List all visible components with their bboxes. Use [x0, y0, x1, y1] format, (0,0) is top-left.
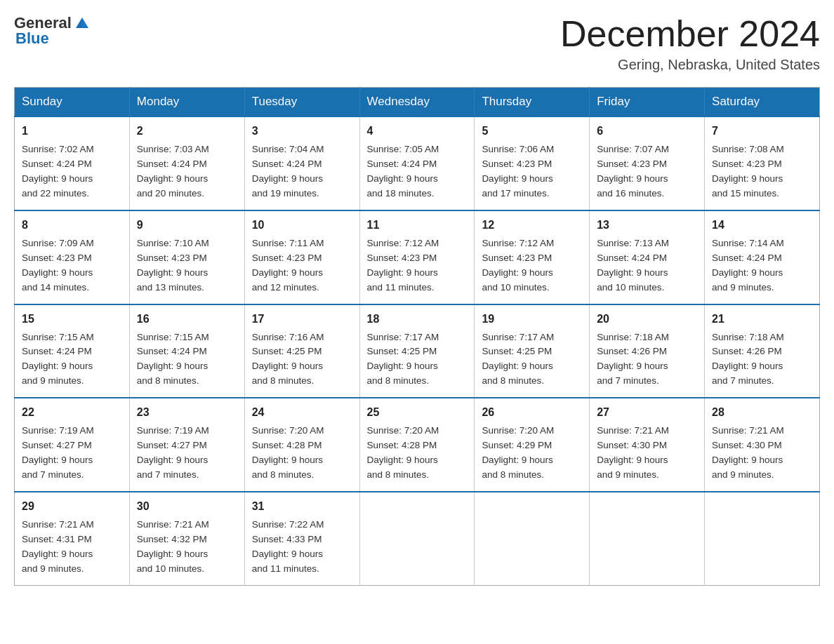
day-cell-23: 23Sunrise: 7:19 AMSunset: 4:27 PMDayligh… [129, 398, 244, 492]
day-cell-16: 16Sunrise: 7:15 AMSunset: 4:24 PMDayligh… [129, 304, 244, 398]
logo: General Blue [14, 14, 88, 48]
day-cell-31: 31Sunrise: 7:22 AMSunset: 4:33 PMDayligh… [244, 492, 359, 585]
empty-cell [705, 492, 820, 585]
day-cell-10: 10Sunrise: 7:11 AMSunset: 4:23 PMDayligh… [244, 210, 359, 304]
day-number: 17 [252, 311, 352, 328]
day-number: 7 [712, 123, 812, 140]
location: Gering, Nebraska, United States [560, 57, 820, 73]
day-number: 26 [482, 404, 582, 421]
logo-triangle2-icon [82, 18, 88, 28]
day-number: 19 [482, 311, 582, 328]
day-number: 8 [22, 217, 122, 234]
day-cell-11: 11Sunrise: 7:12 AMSunset: 4:23 PMDayligh… [359, 210, 475, 304]
day-cell-21: 21Sunrise: 7:18 AMSunset: 4:26 PMDayligh… [705, 304, 820, 398]
day-number: 21 [712, 311, 812, 328]
day-cell-15: 15Sunrise: 7:15 AMSunset: 4:24 PMDayligh… [15, 304, 130, 398]
day-info: Sunrise: 7:02 AMSunset: 4:24 PMDaylight:… [22, 142, 122, 201]
day-info: Sunrise: 7:17 AMSunset: 4:25 PMDaylight:… [367, 330, 468, 389]
day-info: Sunrise: 7:21 AMSunset: 4:30 PMDaylight:… [597, 424, 697, 483]
day-number: 22 [22, 404, 122, 421]
day-number: 16 [137, 311, 237, 328]
day-cell-25: 25Sunrise: 7:20 AMSunset: 4:28 PMDayligh… [359, 398, 475, 492]
col-header-friday: Friday [590, 88, 705, 117]
day-info: Sunrise: 7:08 AMSunset: 4:23 PMDaylight:… [712, 142, 812, 201]
day-info: Sunrise: 7:20 AMSunset: 4:28 PMDaylight:… [252, 424, 352, 483]
day-number: 2 [137, 123, 237, 140]
day-number: 1 [22, 123, 122, 140]
day-number: 12 [482, 217, 582, 234]
day-number: 10 [252, 217, 352, 234]
day-cell-18: 18Sunrise: 7:17 AMSunset: 4:25 PMDayligh… [359, 304, 475, 398]
day-number: 23 [137, 404, 237, 421]
day-cell-13: 13Sunrise: 7:13 AMSunset: 4:24 PMDayligh… [590, 210, 705, 304]
logo-triangle-icon [76, 18, 82, 28]
day-info: Sunrise: 7:19 AMSunset: 4:27 PMDaylight:… [137, 424, 237, 483]
page-header: General Blue December 2024 Gering, Nebra… [14, 14, 820, 73]
day-info: Sunrise: 7:19 AMSunset: 4:27 PMDaylight:… [22, 424, 122, 483]
day-cell-7: 7Sunrise: 7:08 AMSunset: 4:23 PMDaylight… [705, 116, 820, 210]
day-info: Sunrise: 7:04 AMSunset: 4:24 PMDaylight:… [252, 142, 352, 201]
day-info: Sunrise: 7:16 AMSunset: 4:25 PMDaylight:… [252, 330, 352, 389]
day-info: Sunrise: 7:13 AMSunset: 4:24 PMDaylight:… [597, 236, 697, 295]
day-info: Sunrise: 7:15 AMSunset: 4:24 PMDaylight:… [22, 330, 122, 389]
calendar-header-row: SundayMondayTuesdayWednesdayThursdayFrid… [15, 88, 820, 117]
day-info: Sunrise: 7:22 AMSunset: 4:33 PMDaylight:… [252, 518, 352, 577]
day-number: 31 [252, 498, 352, 515]
empty-cell [590, 492, 705, 585]
col-header-sunday: Sunday [15, 88, 130, 117]
day-cell-6: 6Sunrise: 7:07 AMSunset: 4:23 PMDaylight… [590, 116, 705, 210]
day-cell-27: 27Sunrise: 7:21 AMSunset: 4:30 PMDayligh… [590, 398, 705, 492]
day-info: Sunrise: 7:20 AMSunset: 4:29 PMDaylight:… [482, 424, 582, 483]
day-number: 14 [712, 217, 812, 234]
day-number: 5 [482, 123, 582, 140]
day-info: Sunrise: 7:07 AMSunset: 4:23 PMDaylight:… [597, 142, 697, 201]
day-number: 6 [597, 123, 697, 140]
day-info: Sunrise: 7:21 AMSunset: 4:31 PMDaylight:… [22, 518, 122, 577]
day-number: 18 [367, 311, 468, 328]
col-header-monday: Monday [129, 88, 244, 117]
day-number: 29 [22, 498, 122, 515]
week-row-2: 8Sunrise: 7:09 AMSunset: 4:23 PMDaylight… [15, 210, 820, 304]
col-header-tuesday: Tuesday [244, 88, 359, 117]
day-number: 20 [597, 311, 697, 328]
day-info: Sunrise: 7:17 AMSunset: 4:25 PMDaylight:… [482, 330, 582, 389]
day-cell-20: 20Sunrise: 7:18 AMSunset: 4:26 PMDayligh… [590, 304, 705, 398]
day-number: 11 [367, 217, 468, 234]
day-cell-1: 1Sunrise: 7:02 AMSunset: 4:24 PMDaylight… [15, 116, 130, 210]
day-cell-4: 4Sunrise: 7:05 AMSunset: 4:24 PMDaylight… [359, 116, 475, 210]
day-info: Sunrise: 7:15 AMSunset: 4:24 PMDaylight:… [137, 330, 237, 389]
col-header-saturday: Saturday [705, 88, 820, 117]
day-cell-5: 5Sunrise: 7:06 AMSunset: 4:23 PMDaylight… [475, 116, 590, 210]
day-info: Sunrise: 7:18 AMSunset: 4:26 PMDaylight:… [712, 330, 812, 389]
day-cell-2: 2Sunrise: 7:03 AMSunset: 4:24 PMDaylight… [129, 116, 244, 210]
day-info: Sunrise: 7:11 AMSunset: 4:23 PMDaylight:… [252, 236, 352, 295]
day-cell-14: 14Sunrise: 7:14 AMSunset: 4:24 PMDayligh… [705, 210, 820, 304]
day-cell-28: 28Sunrise: 7:21 AMSunset: 4:30 PMDayligh… [705, 398, 820, 492]
day-info: Sunrise: 7:12 AMSunset: 4:23 PMDaylight:… [367, 236, 468, 295]
day-number: 4 [367, 123, 468, 140]
day-info: Sunrise: 7:12 AMSunset: 4:23 PMDaylight:… [482, 236, 582, 295]
logo-text-blue: Blue [15, 29, 49, 48]
week-row-1: 1Sunrise: 7:02 AMSunset: 4:24 PMDaylight… [15, 116, 820, 210]
day-info: Sunrise: 7:21 AMSunset: 4:30 PMDaylight:… [712, 424, 812, 483]
week-row-3: 15Sunrise: 7:15 AMSunset: 4:24 PMDayligh… [15, 304, 820, 398]
day-number: 27 [597, 404, 697, 421]
day-info: Sunrise: 7:20 AMSunset: 4:28 PMDaylight:… [367, 424, 468, 483]
empty-cell [475, 492, 590, 585]
day-number: 30 [137, 498, 237, 515]
day-cell-8: 8Sunrise: 7:09 AMSunset: 4:23 PMDaylight… [15, 210, 130, 304]
day-cell-19: 19Sunrise: 7:17 AMSunset: 4:25 PMDayligh… [475, 304, 590, 398]
day-cell-29: 29Sunrise: 7:21 AMSunset: 4:31 PMDayligh… [15, 492, 130, 585]
day-number: 9 [137, 217, 237, 234]
day-number: 24 [252, 404, 352, 421]
month-title: December 2024 [560, 14, 820, 54]
day-info: Sunrise: 7:06 AMSunset: 4:23 PMDaylight:… [482, 142, 582, 201]
week-row-4: 22Sunrise: 7:19 AMSunset: 4:27 PMDayligh… [15, 398, 820, 492]
day-cell-24: 24Sunrise: 7:20 AMSunset: 4:28 PMDayligh… [244, 398, 359, 492]
day-number: 15 [22, 311, 122, 328]
title-section: December 2024 Gering, Nebraska, United S… [560, 14, 820, 73]
day-info: Sunrise: 7:03 AMSunset: 4:24 PMDaylight:… [137, 142, 237, 201]
week-row-5: 29Sunrise: 7:21 AMSunset: 4:31 PMDayligh… [15, 492, 820, 585]
day-cell-22: 22Sunrise: 7:19 AMSunset: 4:27 PMDayligh… [15, 398, 130, 492]
empty-cell [359, 492, 475, 585]
